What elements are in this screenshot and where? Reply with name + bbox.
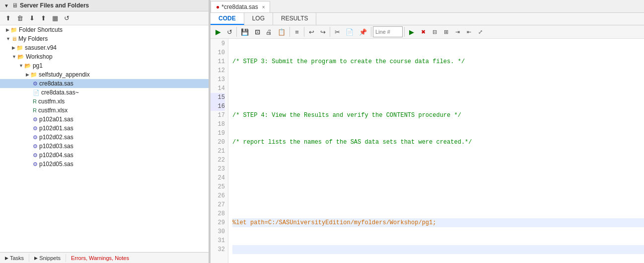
file-tab-bar: ● *cre8data.sas × xyxy=(211,0,644,13)
tree-item-custfm-xlsx[interactable]: R custfm.xlsx xyxy=(0,106,209,115)
main-content: ▼ 🖥 Server Files and Folders ⬆ 🗑 ⬇ ⬆ ▦ ↺ xyxy=(0,0,644,263)
line-num-16: 16 xyxy=(211,102,225,111)
editor-toolbar: ▶ ↺ 💾 ⊡ 🖨 📋 ≡ ↩ ↪ xyxy=(211,25,644,39)
tree-item-label: sasuser.v94 xyxy=(25,44,57,51)
run-button[interactable]: ▶ xyxy=(213,26,223,37)
panel-collapse-arrow[interactable]: ▼ xyxy=(4,3,9,8)
log-tab-label: LOG xyxy=(252,15,265,22)
print-button[interactable]: 🖨 xyxy=(263,27,275,37)
line-number-input[interactable] xyxy=(373,26,403,37)
save-as-button[interactable]: ⊡ xyxy=(252,27,263,37)
tree-item-p102d02[interactable]: ⚙ p102d02.sas xyxy=(0,133,209,142)
code-line-13 xyxy=(232,165,644,174)
tab-results[interactable]: RESULTS xyxy=(273,13,316,25)
copy-path-button[interactable]: 📋 xyxy=(275,27,288,37)
tree-item-p102d04[interactable]: ⚙ p102d04.sas xyxy=(0,151,209,160)
code-text-area[interactable]: /* STEP 3: Submit the program to create … xyxy=(228,39,644,263)
my-folders-icon: 🖥 xyxy=(11,36,17,42)
line-num-18: 18 xyxy=(211,120,225,129)
format-button[interactable]: ≡ xyxy=(291,27,302,37)
toolbar-separator-6 xyxy=(404,27,405,37)
line-num-25: 25 xyxy=(211,182,225,191)
toolbar-separator-3 xyxy=(304,27,304,37)
folder-closed-icon: 📁 xyxy=(16,45,23,51)
expand-button[interactable]: ⇤ xyxy=(463,27,474,37)
snippets-label: Snippets xyxy=(39,255,61,261)
file-tree[interactable]: ▶ 📁 Folder Shortcuts ▼ 🖥 My Folders ▶ xyxy=(0,25,209,252)
tree-item-p102d05[interactable]: ⚙ p102d05.sas xyxy=(0,160,209,169)
tree-item-label: cre8data.sas~ xyxy=(41,89,79,96)
tab-log[interactable]: LOG xyxy=(244,13,273,25)
save-button[interactable]: 💾 xyxy=(238,27,251,37)
server-files-icon: 🖥 xyxy=(12,2,18,9)
stop-button[interactable]: ✖ xyxy=(418,27,429,37)
xlsx-file-icon: R xyxy=(33,107,37,113)
tree-item-folder-shortcuts[interactable]: ▶ 📁 Folder Shortcuts xyxy=(0,25,209,34)
tree-item-p102d03[interactable]: ⚙ p102d03.sas xyxy=(0,142,209,151)
tree-item-sasuser-v94[interactable]: ▶ 📁 sasuser.v94 xyxy=(0,43,209,52)
tab-close-button[interactable]: × xyxy=(262,4,265,10)
step-button[interactable]: ⊞ xyxy=(440,27,451,37)
code-tab-label: CODE xyxy=(218,15,236,22)
move-button[interactable]: ⬆ xyxy=(38,13,49,23)
tree-item-label: Folder Shortcuts xyxy=(19,26,63,33)
left-panel: ▼ 🖥 Server Files and Folders ⬆ 🗑 ⬇ ⬆ ▦ ↺ xyxy=(0,0,209,263)
tree-item-pg1[interactable]: ▼ 📂 pg1 xyxy=(0,61,209,70)
tree-item-cre8data-sas-tilde[interactable]: 📄 cre8data.sas~ xyxy=(0,88,209,97)
tree-item-label: p102d03.sas xyxy=(39,143,73,150)
tree-item-label: My Folders xyxy=(18,35,48,42)
download-button[interactable]: ⬇ xyxy=(27,13,37,23)
tasks-section[interactable]: ▶ Tasks xyxy=(0,254,29,262)
tree-item-workshop[interactable]: ▼ 📂 Workshop xyxy=(0,52,209,61)
check-syntax-button[interactable]: ⊟ xyxy=(429,27,440,37)
tree-item-cre8data-sas[interactable]: ⚙ cre8data.sas xyxy=(0,79,209,88)
copy-button[interactable]: 📄 xyxy=(343,27,356,37)
toolbar-separator-2 xyxy=(289,27,290,37)
xlsx-file-icon: R xyxy=(33,98,37,104)
line-num-20: 20 xyxy=(211,138,225,147)
sas-file-icon: ⚙ xyxy=(33,143,38,150)
refresh-button[interactable]: ↺ xyxy=(62,13,72,23)
collapse-button[interactable]: ⇥ xyxy=(452,27,463,37)
run-submit-button[interactable]: ▶ xyxy=(406,27,417,37)
tree-item-label: p102a01.sas xyxy=(39,116,73,123)
line-num-22: 22 xyxy=(211,156,225,165)
code-line-9: /* STEP 3: Submit the program to create … xyxy=(232,57,644,66)
sas-file-icon: ⚙ xyxy=(33,116,38,123)
panel-title: Server Files and Folders xyxy=(20,2,89,9)
tree-item-custfm-xls[interactable]: R custfm.xls xyxy=(0,97,209,106)
fullscreen-button[interactable]: ⤢ xyxy=(475,27,486,37)
line-num-15: 15 xyxy=(211,93,225,102)
folder-open-icon: 📂 xyxy=(17,54,24,60)
line-num-31: 31 xyxy=(211,236,225,245)
code-line-15: %let path=C:/SASUniversityEdition/myfold… xyxy=(232,218,644,227)
tree-item-p102d01[interactable]: ⚙ p102d01.sas xyxy=(0,124,209,133)
editor-file-tab[interactable]: ● *cre8data.sas × xyxy=(211,1,270,12)
tree-item-my-folders[interactable]: ▼ 🖥 My Folders xyxy=(0,34,209,43)
code-editor[interactable]: 9 10 11 12 13 14 15 16 17 18 19 20 21 22… xyxy=(211,39,644,263)
undo-button[interactable]: ↩ xyxy=(306,27,317,37)
tasks-arrow-icon: ▶ xyxy=(5,256,8,261)
redo-button[interactable]: ↪ xyxy=(317,27,328,37)
schedule-button[interactable]: ↺ xyxy=(224,27,235,37)
tree-item-label: pg1 xyxy=(33,62,43,69)
tree-item-p102a01[interactable]: ⚙ p102a01.sas xyxy=(0,115,209,124)
line-num-32: 32 xyxy=(211,245,225,254)
sas-file-icon: ⚙ xyxy=(33,81,38,87)
properties-button[interactable]: ▦ xyxy=(50,13,61,23)
toolbar-separator-1 xyxy=(236,27,237,37)
delete-button[interactable]: 🗑 xyxy=(14,13,26,23)
tree-item-selfstudy[interactable]: ▶ 📁 selfstudy_appendix xyxy=(0,70,209,79)
line-num-30: 30 xyxy=(211,227,225,236)
line-num-29: 29 xyxy=(211,218,225,227)
snippets-section[interactable]: ▶ Snippets xyxy=(29,254,66,262)
cut-button[interactable]: ✂ xyxy=(332,27,343,37)
errors-warnings-text[interactable]: Errors, Warnings, Notes xyxy=(66,254,134,262)
upload-button[interactable]: ⬆ xyxy=(3,13,13,23)
tab-code[interactable]: CODE xyxy=(211,13,244,25)
line-num-14: 14 xyxy=(211,84,225,93)
generic-file-icon: 📄 xyxy=(33,89,40,96)
paste-button[interactable]: 📌 xyxy=(357,27,369,37)
tree-item-label: custfm.xlsx xyxy=(38,107,68,114)
toolbar-separator-5 xyxy=(371,27,371,37)
